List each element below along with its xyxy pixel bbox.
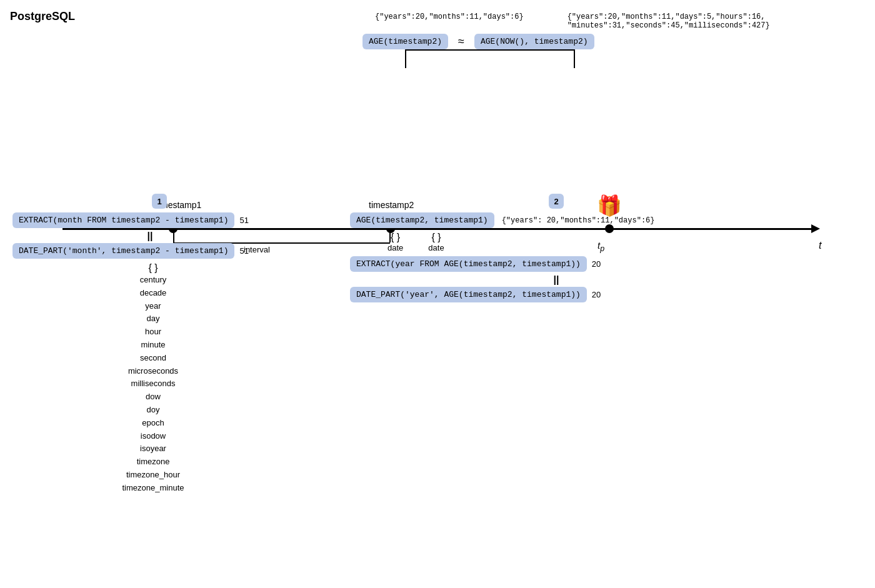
- extract-box1: EXTRACT(month FROM timestamp2 - timestam…: [12, 212, 234, 228]
- list-item: isodow: [19, 430, 288, 443]
- paren2-1: { }: [388, 232, 403, 243]
- json2-label: {"years":20,"months":11,"days":5,"hours"…: [568, 12, 770, 30]
- t-label: t: [819, 240, 821, 251]
- datepart-value2: 20: [592, 290, 601, 299]
- badge2: 2: [549, 194, 564, 209]
- age-json2: {"years": 20,"months":11,"days":6}: [502, 216, 655, 225]
- date2-label: date: [428, 243, 444, 252]
- field-list: century decade year day hour minute seco…: [19, 274, 288, 495]
- list-item: isoyear: [19, 442, 288, 456]
- equals1: ||: [12, 231, 288, 242]
- list-item: timezone: [19, 456, 288, 469]
- datepart-box1: DATE_PART('month', timestamp2 - timestam…: [12, 243, 234, 259]
- list-item: second: [19, 352, 288, 365]
- age-ts2-box: AGE(timestamp2): [362, 34, 448, 49]
- list-item: microseconds: [19, 365, 288, 378]
- section1: 1 EXTRACT(month FROM timestamp2 - timest…: [12, 194, 288, 495]
- list-item: minute: [19, 339, 288, 352]
- list-item: milliseconds: [19, 377, 288, 391]
- datepart-box2: DATE_PART('year', AGE(timestamp2, timest…: [350, 287, 587, 302]
- json1-label: {"years":20,"months":11,"days":6}: [375, 12, 524, 21]
- date1-label: date: [388, 243, 403, 252]
- list-item: doy: [19, 404, 288, 417]
- extract-value2: 20: [592, 259, 601, 269]
- badge1: 1: [152, 194, 167, 209]
- page-title: PostgreSQL: [10, 10, 75, 23]
- list-item: timezone_hour: [19, 469, 288, 482]
- top-area: {"years":20,"months":11,"days":6} {"year…: [362, 12, 770, 74]
- extract-value1: 51: [239, 216, 248, 225]
- extract-box2: EXTRACT(year FROM AGE(timestamp2, timest…: [350, 256, 587, 272]
- section2: 2 AGE(timestamp2, timestamp1) {"years": …: [350, 194, 775, 306]
- list-item: dow: [19, 391, 288, 404]
- paren2-2: { }: [428, 232, 444, 243]
- age-box2: AGE(timestamp2, timestamp1): [350, 212, 494, 228]
- paren1: { }: [19, 262, 288, 274]
- list-item: day: [19, 312, 288, 326]
- list-item: decade: [19, 287, 288, 300]
- approx-sign: ≈: [458, 35, 464, 48]
- list-item: epoch: [19, 417, 288, 430]
- list-item: century: [19, 274, 288, 287]
- age-now-box: AGE(NOW(), timestamp2): [474, 34, 594, 49]
- equals2: ||: [338, 274, 775, 286]
- list-item: year: [19, 300, 288, 313]
- list-item: timezone_minute: [19, 482, 288, 495]
- datepart-value1: 51: [239, 246, 248, 256]
- list-item: hour: [19, 326, 288, 339]
